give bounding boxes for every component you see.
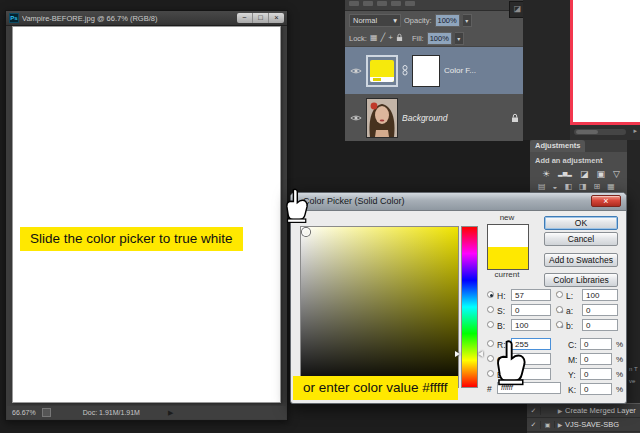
layer-row-color-fill[interactable]: Color F... [345,47,523,94]
document-statusbar: 66.67% Doc: 1.91M/1.91M ▶ [7,406,286,419]
lock-badge-icon [511,109,519,127]
action-row[interactable]: ✓ ▣ ▶ VJS-SAVE-SBG [527,418,640,432]
radio-b[interactable] [487,321,494,328]
secondary-doc-scrollbar[interactable]: ▸ [570,125,640,140]
minimize-button[interactable]: − [237,13,252,23]
action-name[interactable]: Create Merged Layer [565,406,636,415]
opacity-label: Opacity: [404,16,432,25]
document-window: Ps Vampire-BEFORE.jpg @ 66.7% (RGB/8) − … [5,10,288,421]
action-row[interactable]: ✓ ▶ Create Merged Layer [527,404,640,418]
eye-icon[interactable] [349,67,362,75]
a-input[interactable]: 0 [582,304,618,316]
link-icon [402,62,408,80]
lock-pixels-icon[interactable]: ╱ [381,34,386,42]
hue-slider-arrow-right[interactable] [478,351,483,357]
dialog-close-button[interactable]: × [591,195,621,207]
hand-cursor-icon [493,340,527,390]
action-name[interactable]: VJS-SAVE-SBG [565,420,619,429]
layer-mask-thumbnail[interactable] [412,55,440,87]
doc-size: Doc: 1.91M/1.91M [83,409,140,416]
canvas[interactable] [12,26,281,403]
color-balance-icon[interactable]: ◒ [553,182,558,191]
s-label: S: [497,306,505,316]
check-icon[interactable]: ✓ [527,421,541,429]
saturation-brightness-field[interactable] [300,226,459,388]
opacity-value[interactable]: 100% [435,14,460,27]
levels-icon[interactable]: ▂▅▂ [558,169,572,179]
lock-all-icon[interactable] [396,33,403,44]
radio-s[interactable] [487,306,494,313]
y-input[interactable]: 0 [580,368,612,380]
l-input[interactable]: 100 [582,289,618,301]
lock-transparency-icon[interactable]: ▦ [370,34,378,42]
hue-saturation-icon[interactable]: ▤ [538,182,546,191]
curves-icon[interactable]: ◪ [580,169,589,179]
color-sample-ring[interactable] [302,228,310,236]
layer-filter-row [345,0,523,11]
dialog-toggle-icon[interactable]: ▣ [541,421,555,428]
dialog-title: Color Picker (Solid Color) [291,193,626,210]
b-lab-input[interactable]: 0 [582,319,618,331]
layers-panel: Normal ▾ Opacity: 100% ▾ Lock: ▦ ╱ + Fil… [345,0,523,138]
b-input[interactable]: 100 [511,319,551,331]
color-lookup-icon[interactable]: ▦ [607,182,615,191]
channel-mixer-icon[interactable]: ⊞ [594,182,601,191]
radio-l[interactable] [556,291,563,298]
black-white-icon[interactable]: ◧ [564,182,572,191]
actions-panel: ✓ ▶ Create Merged Layer ✓ ▣ ▶ VJS-SAVE-S… [527,403,640,433]
y-label: Y: [568,370,576,380]
adjustments-panel: Adjustments Add an adjustment ☀ ▂▅▂ ◪ ▣ … [530,140,640,198]
window-controls: − □ × [237,13,284,23]
document-titlebar[interactable]: Ps Vampire-BEFORE.jpg @ 66.7% (RGB/8) − … [6,11,287,26]
color-fill-thumbnail[interactable] [366,55,398,87]
fill-dropdown-icon[interactable]: ▾ [455,32,464,45]
layer-name[interactable]: Color F... [444,66,519,75]
lock-label: Lock: [349,34,367,43]
radio-a[interactable] [556,306,563,313]
m-input[interactable]: 0 [580,353,612,365]
play-triangle-icon[interactable]: ▶ [555,421,565,428]
a-label: a: [566,306,573,316]
vibrance-icon[interactable]: ▽ [613,169,620,179]
layer-row-background[interactable]: Background [345,94,523,141]
color-picker-dialog: Color Picker (Solid Color) × new current… [290,192,627,404]
status-flyout-icon[interactable]: ▶ [168,409,173,417]
adjustments-prompt: Add an adjustment [530,152,640,165]
b-lab-label: b: [566,321,573,331]
radio-b-lab[interactable] [556,321,563,328]
brightness-contrast-icon[interactable]: ☀ [542,169,550,179]
m-label: M: [568,355,577,365]
check-icon[interactable]: ✓ [527,407,541,415]
fill-value[interactable]: 100% [427,32,452,45]
close-button[interactable]: × [268,13,284,23]
b-label: B: [497,321,505,331]
document-title: Vampire-BEFORE.jpg @ 66.7% (RGB/8) [22,14,234,23]
photo-filter-icon[interactable]: ◨ [579,182,587,191]
dialog-titlebar[interactable]: Color Picker (Solid Color) × [291,193,626,211]
hue-slider-arrow-left[interactable] [455,351,460,357]
occluded-text: n T [629,366,638,372]
annotation-slide-label: Slide the color picker to true white [20,227,243,251]
eye-icon[interactable] [349,114,362,122]
zoom-level[interactable]: 66.67% [12,409,36,416]
blend-mode-select[interactable]: Normal ▾ [349,14,401,27]
maximize-button[interactable]: □ [252,13,268,23]
k-input[interactable]: 0 [580,383,612,395]
h-input[interactable]: 57 [511,289,551,301]
exposure-icon[interactable]: ▣ [596,169,605,179]
secondary-document[interactable] [570,0,640,125]
radio-h[interactable] [487,291,494,298]
c-input[interactable]: 0 [580,338,612,350]
opacity-dropdown-icon[interactable]: ▾ [463,14,472,27]
play-triangle-icon[interactable]: ▶ [555,407,565,414]
photo-thumbnail[interactable] [366,98,398,138]
s-input[interactable]: 0 [511,304,551,316]
photoshop-workspace: Ps Vampire-BEFORE.jpg @ 66.7% (RGB/8) − … [0,0,640,433]
l-label: L: [566,291,573,301]
chevron-down-icon: ▾ [393,16,397,25]
layer-name[interactable]: Background [402,113,507,123]
lock-position-icon[interactable]: + [388,34,393,42]
scroll-arrow-icon[interactable]: ▸ [633,127,637,135]
hue-slider[interactable] [461,226,478,388]
tab-adjustments[interactable]: Adjustments [530,140,585,152]
